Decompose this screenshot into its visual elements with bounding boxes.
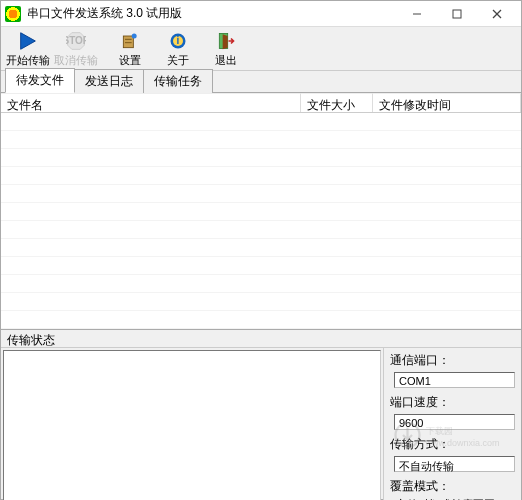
cancel-label: 取消传输	[54, 53, 98, 68]
info-icon: i	[167, 30, 189, 52]
settings-label: 设置	[119, 53, 141, 68]
minimize-button[interactable]	[397, 2, 437, 26]
tab-log[interactable]: 发送日志	[74, 69, 144, 93]
svg-text:i: i	[177, 35, 180, 46]
window-title: 串口文件发送系统 3.0 试用版	[27, 5, 397, 22]
toolbar: 开始传输 STOP 取消传输 设置 i 关于 退出	[1, 27, 521, 71]
col-filename[interactable]: 文件名	[1, 93, 301, 112]
app-icon	[5, 6, 21, 22]
baud-value: 9600	[394, 414, 515, 430]
tab-tasks[interactable]: 传输任务	[143, 69, 213, 93]
svg-marker-4	[21, 32, 36, 49]
mode-label: 传输方式：	[390, 436, 515, 453]
about-label: 关于	[167, 53, 189, 68]
com-port-label: 通信端口：	[390, 352, 515, 369]
status-side-panel: 通信端口： COM1 端口速度： 9600 传输方式： 不自动传输 覆盖模式： …	[383, 348, 521, 500]
start-label: 开始传输	[6, 53, 50, 68]
exit-button[interactable]: 退出	[203, 29, 249, 69]
svg-marker-15	[223, 34, 228, 49]
svg-rect-1	[453, 10, 461, 18]
svg-text:STOP: STOP	[66, 34, 86, 45]
app-window: 串口文件发送系统 3.0 试用版 开始传输 STOP 取消传输	[0, 0, 522, 500]
svg-point-10	[132, 33, 137, 38]
titlebar: 串口文件发送系统 3.0 试用版	[1, 1, 521, 27]
status-text-area[interactable]	[3, 350, 381, 500]
file-list[interactable]	[1, 113, 521, 329]
list-background	[1, 113, 521, 329]
list-header: 文件名 文件大小 文件修改时间	[1, 93, 521, 113]
col-filemtime[interactable]: 文件修改时间	[373, 93, 521, 112]
tab-pending[interactable]: 待发文件	[5, 68, 75, 93]
exit-label: 退出	[215, 53, 237, 68]
svg-rect-7	[123, 36, 133, 48]
cancel-transfer-button: STOP 取消传输	[53, 29, 99, 69]
col-filesize[interactable]: 文件大小	[301, 93, 373, 112]
start-transfer-button[interactable]: 开始传输	[5, 29, 51, 69]
door-exit-icon	[215, 30, 237, 52]
tabs: 待发文件 发送日志 传输任务	[1, 71, 521, 93]
status-header: 传输状态	[1, 330, 521, 348]
gear-icon	[119, 30, 141, 52]
com-port-value: COM1	[394, 372, 515, 388]
overwrite-label: 覆盖模式：	[390, 478, 515, 495]
stop-icon: STOP	[65, 30, 87, 52]
toolbar-separator	[101, 31, 105, 67]
maximize-button[interactable]	[437, 2, 477, 26]
bottom-panel: 传输状态 通信端口： COM1 端口速度： 9600 传输方式： 不自动传输 覆…	[1, 329, 521, 499]
baud-label: 端口速度：	[390, 394, 515, 411]
status-row: 通信端口： COM1 端口速度： 9600 传输方式： 不自动传输 覆盖模式： …	[1, 348, 521, 500]
close-button[interactable]	[477, 2, 517, 26]
play-icon	[17, 30, 39, 52]
settings-button[interactable]: 设置	[107, 29, 153, 69]
mode-value: 不自动传输	[394, 456, 515, 472]
about-button[interactable]: i 关于	[155, 29, 201, 69]
